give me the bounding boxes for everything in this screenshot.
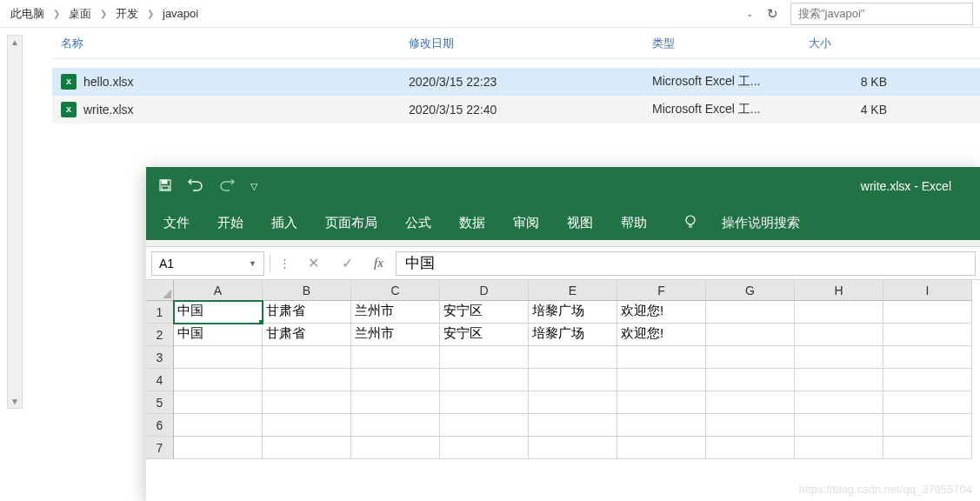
cell[interactable]	[174, 369, 263, 391]
undo-icon[interactable]	[188, 179, 203, 194]
file-row[interactable]: X write.xlsx 2020/3/15 22:40 Microsoft E…	[52, 96, 980, 124]
cell[interactable]	[795, 369, 883, 391]
cell[interactable]	[440, 346, 529, 369]
breadcrumb-item[interactable]: 开发	[112, 3, 142, 25]
row-header[interactable]: 6	[146, 414, 174, 437]
column-header[interactable]: E	[529, 280, 617, 301]
cell[interactable]	[883, 437, 972, 459]
cell[interactable]: 培黎广场	[529, 301, 617, 324]
name-box[interactable]: A1 ▼	[151, 251, 264, 276]
cell[interactable]	[795, 414, 883, 437]
cell[interactable]	[706, 324, 795, 346]
cell[interactable]: 安宁区	[440, 324, 529, 346]
row-header[interactable]: 7	[146, 437, 174, 459]
column-size[interactable]: 大小	[809, 36, 913, 51]
cell[interactable]	[617, 437, 706, 459]
cell[interactable]	[706, 437, 795, 459]
cell[interactable]	[795, 391, 883, 414]
cell[interactable]	[263, 437, 351, 459]
tab-review[interactable]: 审阅	[511, 210, 541, 237]
cell[interactable]: 甘肃省	[263, 324, 351, 346]
customize-qat-icon[interactable]: ▽	[250, 181, 257, 192]
cell[interactable]	[440, 369, 529, 391]
cell[interactable]	[883, 391, 972, 414]
refresh-icon[interactable]: ↻	[762, 3, 783, 25]
chevron-down-icon[interactable]: ▼	[249, 259, 257, 268]
cell[interactable]	[174, 437, 263, 459]
column-header[interactable]: C	[351, 280, 440, 301]
row-header[interactable]: 3	[146, 346, 174, 369]
breadcrumb-item[interactable]: javapoi	[159, 3, 202, 23]
cell[interactable]	[883, 346, 972, 369]
cancel-icon[interactable]: ✕	[299, 255, 328, 271]
column-header[interactable]: B	[263, 280, 351, 301]
cell[interactable]	[706, 369, 795, 391]
cell[interactable]: 欢迎您!	[617, 324, 706, 346]
cell[interactable]: 甘肃省	[263, 301, 351, 324]
redo-icon[interactable]	[219, 179, 235, 194]
cell[interactable]	[706, 391, 795, 414]
tab-formulas[interactable]: 公式	[403, 210, 433, 237]
tab-help[interactable]: 帮助	[619, 210, 649, 237]
cell[interactable]	[617, 414, 706, 437]
cell[interactable]	[263, 346, 351, 369]
cell[interactable]	[883, 369, 972, 391]
search-input[interactable]	[790, 3, 973, 25]
column-name[interactable]: 名称	[52, 36, 409, 51]
tab-view[interactable]: 视图	[565, 210, 595, 237]
cell[interactable]	[263, 414, 351, 437]
cell[interactable]	[174, 346, 263, 369]
cell[interactable]	[263, 369, 351, 391]
save-icon[interactable]	[158, 178, 172, 195]
fx-icon[interactable]: fx	[367, 256, 390, 271]
column-header[interactable]: I	[883, 280, 972, 301]
cell[interactable]	[795, 346, 883, 369]
cell[interactable]: 欢迎您!	[617, 301, 706, 324]
formula-input[interactable]	[396, 251, 976, 276]
cell[interactable]: 兰州市	[351, 301, 440, 324]
cell[interactable]: 中国	[174, 324, 263, 346]
cell[interactable]	[795, 324, 883, 346]
breadcrumb-item[interactable]: 桌面	[65, 3, 95, 25]
row-header[interactable]: 2	[146, 324, 174, 346]
cell[interactable]	[351, 414, 440, 437]
tab-home[interactable]: 开始	[216, 210, 245, 237]
enter-icon[interactable]: ✓	[333, 255, 362, 271]
cell[interactable]: 培黎广场	[529, 324, 617, 346]
cell[interactable]: 中国	[174, 301, 263, 324]
cell[interactable]	[174, 414, 263, 437]
cell[interactable]	[351, 369, 440, 391]
cell[interactable]	[529, 414, 617, 437]
cell[interactable]	[795, 301, 883, 324]
cell[interactable]	[351, 346, 440, 369]
tell-me-search[interactable]: 操作说明搜索	[722, 215, 800, 231]
cell[interactable]	[529, 369, 617, 391]
cell[interactable]	[617, 391, 706, 414]
cell[interactable]	[440, 414, 529, 437]
cell[interactable]	[617, 369, 706, 391]
tab-file[interactable]: 文件	[162, 210, 191, 237]
chevron-down-icon[interactable]: ⌄	[743, 5, 757, 22]
tab-insert[interactable]: 插入	[270, 210, 299, 237]
tab-data[interactable]: 数据	[457, 210, 487, 237]
cell[interactable]	[883, 301, 972, 324]
row-header[interactable]: 1	[146, 301, 174, 324]
cell[interactable]	[351, 437, 440, 459]
cell[interactable]	[440, 391, 529, 414]
row-header[interactable]: 4	[146, 369, 174, 391]
column-type[interactable]: 类型	[652, 36, 809, 51]
cell[interactable]	[883, 414, 972, 437]
cell[interactable]	[883, 324, 972, 346]
lightbulb-icon[interactable]	[683, 214, 697, 232]
cell[interactable]	[529, 437, 617, 459]
cell[interactable]	[617, 346, 706, 369]
cell[interactable]	[351, 391, 440, 414]
cell[interactable]	[795, 437, 883, 459]
column-header[interactable]: D	[440, 280, 529, 301]
column-header[interactable]: G	[706, 280, 795, 301]
breadcrumb[interactable]: 此电脑 ❯ 桌面 ❯ 开发 ❯ javapoi	[7, 3, 743, 25]
column-header[interactable]: F	[617, 280, 706, 301]
cell[interactable]	[529, 391, 617, 414]
cell[interactable]	[706, 301, 795, 324]
file-row[interactable]: X hello.xlsx 2020/3/15 22:23 Microsoft E…	[52, 68, 980, 96]
